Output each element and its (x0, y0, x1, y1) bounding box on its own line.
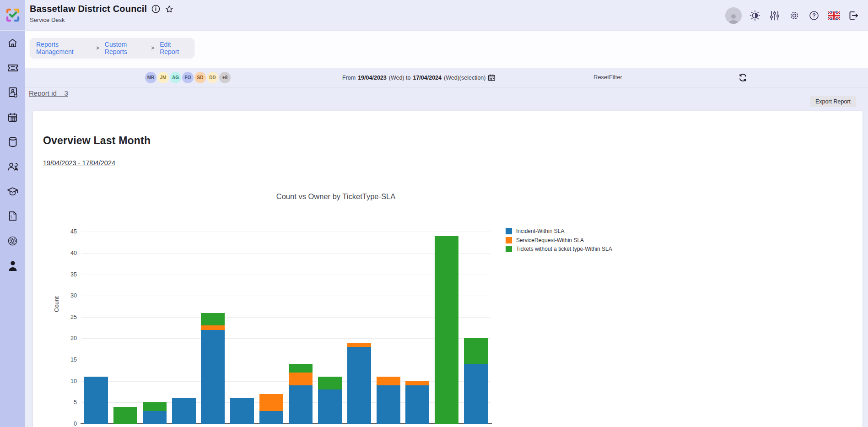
y-axis-label: Count (53, 296, 60, 312)
date-range-filter[interactable]: From 19/04/2023 (Wed) to 17/04/2024 (Wed… (342, 74, 496, 81)
legend-label: Incident-Within SLA (516, 228, 564, 234)
app-subtitle: Service Desk (30, 16, 174, 23)
bar-segment[interactable] (230, 398, 254, 424)
sidebar-item-contacts[interactable] (7, 86, 19, 98)
gridline (81, 232, 491, 232)
bar-segment[interactable] (84, 377, 108, 424)
owner-avatar-chip[interactable]: +8 (219, 72, 231, 83)
bar-segment[interactable] (259, 411, 283, 424)
gridline (81, 275, 491, 275)
bar-segment[interactable] (347, 347, 371, 424)
refresh-button[interactable] (737, 71, 749, 83)
date-filter-end: 17/04/2024 (413, 75, 442, 81)
sidebar-item-tickets[interactable] (7, 62, 19, 74)
breadcrumb-separator: > (151, 45, 154, 51)
preferences-sliders-icon[interactable] (768, 9, 781, 22)
bar-segment[interactable] (318, 389, 342, 424)
bar-segment[interactable] (377, 377, 400, 385)
top-bar: Bassetlaw District Council Service Desk (0, 0, 868, 31)
calendar-icon (7, 112, 18, 123)
uk-flag-icon[interactable] (827, 9, 840, 22)
report-id-link[interactable]: Report id – 3 (29, 89, 68, 97)
sidebar-item-calendar[interactable] (7, 111, 19, 123)
legend-swatch (506, 246, 512, 252)
sidebar-item-home[interactable] (7, 37, 19, 49)
owner-avatar-chip[interactable]: JM (157, 72, 169, 83)
svg-text:?: ? (812, 12, 816, 19)
y-tick-label: 10 (59, 378, 77, 384)
graduation-cap-icon (7, 186, 18, 196)
settings-gear-icon[interactable] (788, 9, 801, 22)
reset-filter-button[interactable]: ResetFilter (593, 74, 622, 81)
y-tick-label: 15 (59, 357, 77, 363)
breadcrumb-zone: Reports Management > Custom Reports > Ed… (25, 31, 868, 68)
owner-avatar-chip[interactable]: AG (170, 72, 181, 83)
breadcrumb-separator: > (96, 45, 99, 51)
bar-segment[interactable] (113, 407, 137, 424)
legend-item[interactable]: ServiceRequest-Within SLA (506, 237, 612, 243)
bar-segment[interactable] (435, 236, 458, 424)
breadcrumb-edit-report[interactable]: Edit Report (160, 41, 188, 55)
sidebar-item-users[interactable] (7, 161, 19, 173)
bar-segment[interactable] (143, 402, 167, 411)
user-avatar[interactable] (725, 7, 742, 24)
bar-segment[interactable] (201, 330, 225, 424)
bar-segment[interactable] (405, 381, 429, 385)
bar-segment[interactable] (347, 343, 371, 347)
legend-label: Tickets without a ticket type-Within SLA (516, 246, 612, 252)
owner-avatar-chip[interactable]: MR (145, 72, 156, 83)
bar-segment[interactable] (143, 411, 167, 424)
bar-segment[interactable] (377, 385, 400, 424)
person-icon (728, 13, 739, 24)
export-report-button[interactable]: Export Report (810, 96, 856, 107)
owner-avatar-chip[interactable]: SD (194, 72, 206, 83)
y-tick-label: 35 (59, 271, 77, 278)
favorite-star-icon[interactable] (165, 5, 174, 14)
bar-segment[interactable] (201, 313, 225, 326)
report-card: Overview Last Month 19/04/2023 - 17/04/2… (33, 111, 863, 427)
legend-item[interactable]: Incident-Within SLA (506, 228, 612, 234)
owner-avatar-chip[interactable]: DD (207, 72, 218, 83)
legend-label: ServiceRequest-Within SLA (516, 237, 584, 243)
sidebar-item-training[interactable] (7, 185, 19, 197)
y-tick-label: 20 (59, 335, 77, 341)
gear-circle-icon (7, 236, 18, 246)
bar-segment[interactable] (172, 398, 196, 424)
sidebar-item-profile[interactable] (7, 259, 19, 271)
y-tick-label: 45 (59, 228, 77, 235)
bar-segment[interactable] (289, 385, 313, 424)
sidebar-item-documents[interactable] (7, 210, 19, 222)
bar-segment[interactable] (259, 394, 283, 411)
legend-swatch (506, 228, 512, 234)
y-tick-label: 0 (59, 421, 77, 427)
bar-segment[interactable] (464, 364, 488, 424)
breadcrumb-custom-reports[interactable]: Custom Reports (105, 41, 146, 55)
gridline (81, 253, 491, 254)
logout-icon[interactable] (847, 9, 860, 22)
sidebar-item-automation[interactable] (7, 235, 19, 247)
gridline (81, 296, 491, 296)
sidebar-item-assets[interactable] (7, 136, 19, 148)
help-icon[interactable]: ? (808, 9, 820, 22)
bar-segment[interactable] (464, 338, 488, 364)
filter-bar: MRJMAGFOSDDD+8 From 19/04/2023 (Wed) to … (25, 68, 868, 111)
owner-avatar-chips: MRJMAGFOSDDD+8 (145, 72, 231, 83)
chart-title: Count vs Owner by TicketType-SLA (276, 192, 395, 201)
y-tick-label: 5 (59, 399, 77, 405)
page-title: Bassetlaw District Council (30, 4, 147, 14)
theme-toggle-icon[interactable] (749, 9, 761, 22)
legend-swatch (506, 237, 512, 243)
breadcrumb-reports-management[interactable]: Reports Management (36, 41, 91, 55)
date-filter-start: 19/04/2023 (358, 75, 387, 81)
app-logo[interactable] (0, 0, 25, 30)
bar-segment[interactable] (405, 385, 429, 424)
bar-segment[interactable] (318, 377, 342, 389)
bar-segment[interactable] (289, 373, 313, 385)
report-date-range-link[interactable]: 19/04/2023 - 17/04/2024 (43, 159, 115, 167)
legend-item[interactable]: Tickets without a ticket type-Within SLA (506, 246, 612, 252)
users-icon (7, 162, 18, 172)
bar-segment[interactable] (201, 325, 225, 330)
bar-segment[interactable] (289, 364, 313, 373)
info-icon[interactable] (151, 5, 160, 13)
owner-avatar-chip[interactable]: FO (182, 72, 194, 83)
